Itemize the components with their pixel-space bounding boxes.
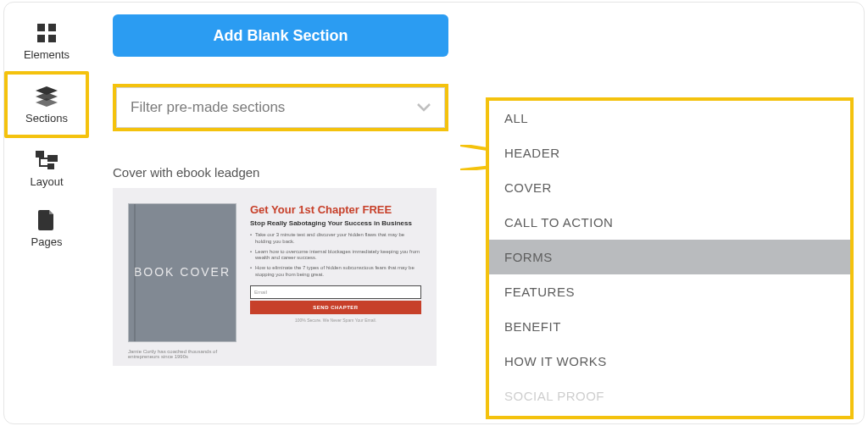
preview-headline: Get Your 1st Chapter FREE — [250, 203, 421, 216]
sidebar-nav: Elements Sections — [4, 3, 89, 423]
svg-rect-3 — [48, 35, 56, 42]
filter-option-features[interactable]: FEATURES — [489, 274, 850, 309]
svg-rect-11 — [39, 158, 47, 159]
sidebar-item-label: Pages — [31, 235, 63, 248]
sidebar-item-label: Elements — [24, 48, 70, 61]
filter-select[interactable]: Filter pre-made sections — [116, 87, 445, 128]
svg-rect-7 — [36, 151, 44, 158]
book-cover-text: BOOK COVER — [134, 264, 231, 281]
add-blank-section-button[interactable]: Add Blank Section — [113, 14, 448, 57]
preview-email-input: Email — [250, 285, 421, 299]
layout-tree-icon — [36, 148, 58, 172]
svg-rect-9 — [47, 163, 54, 169]
sidebar-item-elements[interactable]: Elements — [4, 11, 89, 71]
preview-secure-text: 100% Secure. We Never Spam Your Email. — [250, 318, 421, 323]
svg-rect-12 — [39, 165, 47, 167]
preview-bullet: Learn how to overcome internal blockages… — [250, 249, 421, 263]
filter-option-socialproof[interactable]: SOCIAL PROOF — [489, 379, 850, 413]
filter-option-cover[interactable]: COVER — [489, 170, 850, 205]
svg-rect-0 — [37, 24, 45, 31]
preview-subheadline: Stop Really Sabotaging Your Success in B… — [250, 219, 421, 227]
preview-bullet-list: Take our 3 minute test and discover your… — [250, 232, 421, 279]
filter-options-list: ALL HEADER COVER CALL TO ACTION FORMS FE… — [489, 101, 850, 413]
filter-option-forms[interactable]: FORMS — [489, 240, 850, 274]
sidebar-item-layout[interactable]: Layout — [4, 138, 89, 198]
preview-author-note: Jamie Curtly has coached thousands of en… — [128, 349, 247, 359]
preview-cta-button: SEND CHAPTER — [250, 301, 421, 314]
filter-dropdown-panel: ALL HEADER COVER CALL TO ACTION FORMS FE… — [486, 97, 854, 419]
section-preview-card[interactable]: BOOK COVER Get Your 1st Chapter FREE Sto… — [113, 188, 437, 366]
filter-option-all[interactable]: ALL — [489, 101, 850, 136]
svg-marker-6 — [36, 98, 58, 107]
page-icon — [38, 208, 55, 232]
svg-rect-1 — [48, 24, 56, 31]
sidebar-item-pages[interactable]: Pages — [4, 198, 89, 258]
sidebar-item-sections[interactable]: Sections — [4, 71, 89, 138]
preview-right-column: Get Your 1st Chapter FREE Stop Really Sa… — [236, 203, 421, 357]
filter-option-cta[interactable]: CALL TO ACTION — [489, 205, 850, 240]
filter-option-howitworks[interactable]: HOW IT WORKS — [489, 344, 850, 379]
preview-bullet: Take our 3 minute test and discover your… — [250, 232, 421, 246]
svg-rect-2 — [37, 35, 45, 42]
chevron-down-icon — [417, 103, 431, 112]
grid-icon — [37, 21, 56, 45]
sidebar-item-label: Layout — [30, 175, 63, 188]
filter-option-benefit[interactable]: BENEFIT — [489, 309, 850, 344]
sidebar-item-label: Sections — [25, 112, 68, 124]
preview-bullet: How to eliminate the 7 types of hidden s… — [250, 265, 421, 279]
layers-icon — [36, 85, 58, 108]
book-cover-graphic: BOOK COVER — [128, 203, 236, 342]
filter-highlight-box: Filter pre-made sections — [113, 84, 448, 131]
svg-rect-8 — [47, 155, 58, 162]
filter-placeholder: Filter pre-made sections — [131, 99, 285, 116]
filter-option-header[interactable]: HEADER — [489, 136, 850, 170]
